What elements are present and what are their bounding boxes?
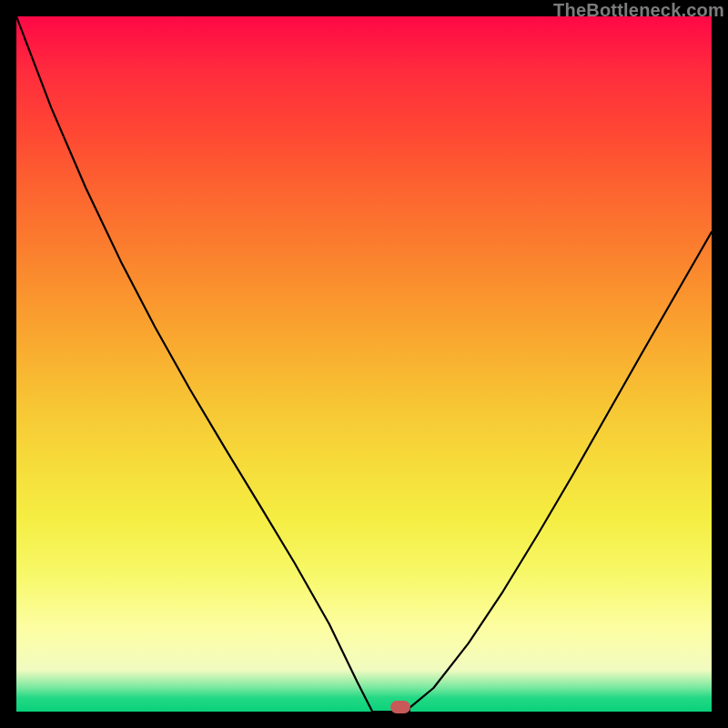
watermark-label: TheBottleneck.com [553,0,724,21]
minimum-marker [390,701,410,713]
bottleneck-curve [16,16,712,712]
chart-plot-area [16,16,712,712]
